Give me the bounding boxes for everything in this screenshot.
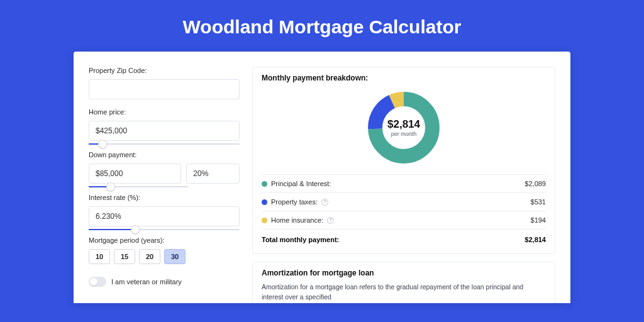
dot-icon <box>262 199 267 205</box>
veteran-toggle-row: I am veteran or military <box>89 277 240 287</box>
period-option-30[interactable]: 30 <box>164 249 186 264</box>
interest-rate-field: Interest rate (%): <box>89 194 240 230</box>
total-value: $2,814 <box>525 236 546 243</box>
slider-thumb-icon[interactable] <box>131 225 140 234</box>
down-payment-label: Down payment: <box>89 151 240 158</box>
legend-row-taxes: Property taxes: ? $531 <box>262 192 546 211</box>
breakdown-header: Monthly payment breakdown: <box>262 74 546 82</box>
home-price-label: Home price: <box>89 108 240 116</box>
calculator-card: Property Zip Code: Home price: Down paym… <box>74 52 570 303</box>
amortization-header: Amortization for mortgage loan <box>262 269 546 277</box>
legend-label: Home insurance: <box>271 216 323 224</box>
mortgage-period-field: Mortgage period (years): 10 15 20 30 <box>89 236 240 264</box>
zip-label: Property Zip Code: <box>89 67 240 74</box>
breakdown-panel: Monthly payment breakdown: $2,814 per mo… <box>252 67 555 254</box>
home-price-slider[interactable] <box>89 143 240 145</box>
interest-rate-input[interactable] <box>89 206 240 226</box>
down-payment-slider[interactable] <box>89 186 188 187</box>
interest-rate-label: Interest rate (%): <box>89 194 240 201</box>
legend-value: $2,089 <box>525 180 546 187</box>
mortgage-period-options: 10 15 20 30 <box>89 249 240 264</box>
veteran-toggle[interactable] <box>89 277 106 287</box>
down-payment-field: Down payment: <box>89 151 240 187</box>
inputs-column: Property Zip Code: Home price: Down paym… <box>89 67 240 303</box>
legend-value: $531 <box>531 198 546 206</box>
zip-field: Property Zip Code: <box>89 67 240 99</box>
period-option-10[interactable]: 10 <box>89 249 110 264</box>
amortization-panel: Amortization for mortgage loan Amortizat… <box>252 262 555 303</box>
donut-amount: $2,814 <box>387 118 420 131</box>
slider-thumb-icon[interactable] <box>106 182 115 191</box>
zip-input[interactable] <box>89 79 240 99</box>
help-icon[interactable]: ? <box>321 199 328 206</box>
help-icon[interactable]: ? <box>327 217 334 224</box>
home-price-input[interactable] <box>89 121 240 141</box>
down-payment-amount-input[interactable] <box>89 164 181 184</box>
slider-thumb-icon[interactable] <box>98 140 107 148</box>
total-label: Total monthly payment: <box>262 236 339 243</box>
period-option-15[interactable]: 15 <box>114 249 135 264</box>
home-price-field: Home price: <box>89 108 240 145</box>
donut-chart: $2,814 per month <box>262 86 546 174</box>
legend-row-insurance: Home insurance: ? $194 <box>262 211 546 229</box>
dot-icon <box>262 181 267 187</box>
amortization-text: Amortization for a mortgage loan refers … <box>262 282 546 303</box>
period-option-20[interactable]: 20 <box>139 249 160 264</box>
veteran-label: I am veteran or military <box>111 278 182 286</box>
dot-icon <box>262 218 267 223</box>
legend-label: Property taxes: <box>271 198 318 206</box>
results-column: Monthly payment breakdown: $2,814 per mo… <box>252 67 555 303</box>
donut-sublabel: per month <box>391 131 417 137</box>
legend-value: $194 <box>531 216 546 224</box>
total-row: Total monthly payment: $2,814 <box>262 229 546 245</box>
page-title: Woodland Mortgage Calculator <box>0 0 644 52</box>
legend-label: Principal & Interest: <box>271 180 331 187</box>
down-payment-pct-input[interactable] <box>186 164 240 184</box>
legend-row-principal: Principal & Interest: $2,089 <box>262 174 546 192</box>
interest-rate-slider[interactable] <box>89 229 240 230</box>
mortgage-period-label: Mortgage period (years): <box>89 236 240 244</box>
